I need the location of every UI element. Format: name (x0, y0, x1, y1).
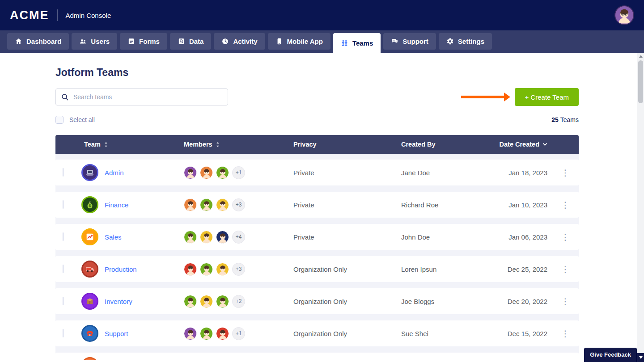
scrollbar-up-arrow[interactable] (637, 53, 644, 60)
row-actions-menu[interactable]: ⋮ (552, 297, 579, 306)
team-name-link[interactable]: Sales (105, 233, 122, 241)
member-avatar (184, 327, 197, 340)
top-header: ACME Admin Console (0, 0, 644, 30)
row-checkbox[interactable] (63, 297, 64, 305)
sort-updown-icon (104, 142, 108, 147)
table-row: Admin +1 Private Jane Doe Jan 18, 2023 ⋮ (55, 160, 579, 185)
user-avatar[interactable] (614, 5, 634, 25)
privacy-label: Organization Only (293, 330, 401, 337)
row-checkbox[interactable] (63, 265, 64, 273)
table-header: Team Members Privacy Created By Date Cre… (55, 135, 579, 154)
column-header-privacy[interactable]: Privacy (293, 141, 401, 148)
date-created: Dec 20, 2022 (485, 298, 552, 305)
member-avatar (216, 198, 229, 211)
tab-support[interactable]: Support (383, 33, 436, 50)
extra-members-badge: +2 (232, 295, 245, 308)
tab-data[interactable]: Data (170, 33, 212, 50)
row-actions-menu[interactable]: ⋮ (552, 168, 579, 177)
extra-members-badge: +1 (232, 166, 245, 179)
column-header-team[interactable]: Team (80, 141, 184, 148)
tab-label: Dashboard (26, 38, 61, 45)
tab-label: Mobile App (287, 38, 323, 45)
truck-icon (81, 261, 98, 278)
team-name-link[interactable]: Production (105, 265, 137, 273)
tab-teams[interactable]: Teams (333, 33, 381, 53)
table-row: Production +3 Organization Only Loren Ip… (55, 256, 579, 282)
extra-members-badge: +4 (232, 231, 245, 244)
give-feedback-button[interactable]: Give Feedback (584, 348, 637, 362)
row-actions-menu[interactable]: ⋮ (552, 233, 579, 241)
row-checkbox[interactable] (63, 200, 64, 209)
page-title: Jotform Teams (55, 67, 579, 79)
column-header-date-created[interactable]: Date Created (485, 141, 552, 148)
gear-icon (446, 38, 454, 45)
team-name-link[interactable]: Inventory (105, 298, 132, 305)
tab-label: Teams (352, 39, 373, 47)
member-avatar (200, 263, 213, 276)
selection-bar: Select all 25Teams (55, 116, 579, 124)
home-icon (15, 38, 22, 45)
select-all-label: Select all (69, 116, 95, 123)
row-checkbox[interactable] (63, 168, 64, 177)
row-actions-menu[interactable]: ⋮ (552, 265, 579, 274)
sort-updown-icon (216, 142, 220, 147)
acme-logo: ACME (10, 8, 49, 22)
teams-count-number: 25 (551, 116, 559, 123)
row-checkbox[interactable] (63, 232, 64, 241)
date-created: Jan 06, 2023 (485, 233, 552, 241)
privacy-label: Private (293, 233, 401, 241)
sales-chart-icon (81, 228, 98, 245)
member-avatar (216, 231, 229, 244)
member-avatar (200, 327, 213, 340)
table-row: Support +1 Organization Only Sue Shei De… (55, 320, 579, 346)
member-avatar (216, 166, 229, 179)
tab-settings[interactable]: Settings (439, 33, 492, 50)
phone-icon (81, 325, 98, 342)
member-avatar (216, 327, 229, 340)
tab-label: Users (91, 38, 110, 45)
row-checkbox[interactable] (63, 329, 64, 337)
sort-down-chevron-icon (542, 143, 547, 146)
header-divider (57, 9, 58, 21)
row-actions-menu[interactable]: ⋮ (552, 201, 579, 209)
scrollbar-down-arrow[interactable] (637, 353, 644, 362)
create-team-button[interactable]: + Create Team (515, 88, 579, 106)
team-name-link[interactable]: Admin (105, 169, 124, 177)
laptop-icon (81, 164, 98, 181)
users-icon (79, 38, 87, 45)
date-created: Dec 25, 2022 (485, 265, 552, 273)
select-all-checkbox[interactable] (55, 116, 64, 124)
main-nav: Dashboard Users Forms Data Activity Mobi… (0, 30, 644, 53)
tab-label: Forms (139, 38, 160, 45)
search-input[interactable] (73, 93, 222, 101)
team-name-link[interactable]: Finance (105, 201, 128, 209)
clock-icon (221, 38, 229, 45)
team-icon (81, 357, 98, 360)
scrollbar[interactable] (637, 53, 644, 362)
table-row: Inventory +2 Organization Only Joe Blogg… (55, 288, 579, 314)
tab-mobile-app[interactable]: Mobile App (268, 33, 330, 50)
date-created: Jan 10, 2023 (485, 201, 552, 209)
table-row: $ Finance +3 Private Richard Roe Jan 10,… (55, 192, 579, 218)
column-header-created-by[interactable]: Created By (401, 141, 485, 148)
tab-activity[interactable]: Activity (214, 33, 265, 50)
mobile-icon (275, 38, 283, 45)
row-actions-menu[interactable]: ⋮ (552, 329, 579, 338)
team-name-link[interactable]: Support (105, 330, 128, 337)
column-header-members[interactable]: Members (184, 141, 293, 148)
member-avatar (184, 263, 197, 276)
tab-label: Settings (458, 38, 484, 45)
created-by: Sue Shei (401, 330, 485, 337)
chat-bubbles-icon (391, 38, 398, 45)
member-avatar (216, 263, 229, 276)
tab-forms[interactable]: Forms (120, 33, 167, 50)
member-avatar (200, 295, 213, 308)
member-avatar (184, 166, 197, 179)
svg-text:$: $ (89, 204, 91, 208)
member-avatar (184, 231, 197, 244)
tab-users[interactable]: Users (72, 33, 117, 50)
search-icon (61, 93, 69, 101)
scrollbar-thumb[interactable] (638, 60, 643, 103)
tab-dashboard[interactable]: Dashboard (7, 33, 69, 50)
money-bag-icon: $ (81, 196, 98, 213)
